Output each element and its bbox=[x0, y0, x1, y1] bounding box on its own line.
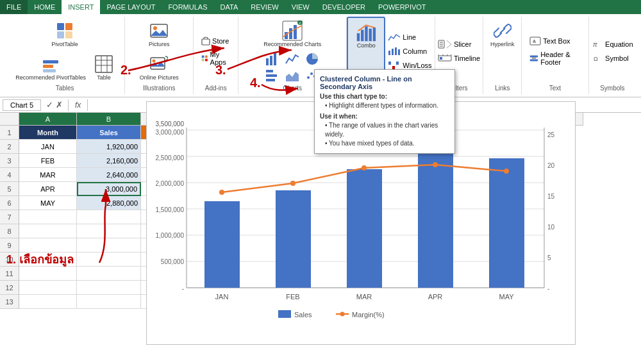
name-box[interactable] bbox=[3, 99, 41, 111]
formula-cancel-icon[interactable]: ✗ bbox=[56, 100, 63, 110]
cell-a10[interactable] bbox=[19, 252, 77, 267]
svg-text:500,000: 500,000 bbox=[161, 258, 185, 265]
svg-rect-2 bbox=[57, 31, 64, 38]
bar-chart-button[interactable] bbox=[263, 68, 281, 83]
line-sparkline-button[interactable]: Line bbox=[385, 31, 419, 43]
cell-a8[interactable] bbox=[19, 224, 77, 238]
online-pictures-icon bbox=[149, 54, 169, 74]
symbol-label: Symbol bbox=[605, 54, 629, 62]
svg-point-37 bbox=[310, 72, 313, 75]
cell-b6[interactable]: 2,880,000 bbox=[77, 196, 141, 210]
cell-a1[interactable]: Month bbox=[19, 126, 77, 140]
row-num-8: 8 bbox=[0, 224, 19, 238]
svg-rect-33 bbox=[266, 74, 277, 77]
tab-insert[interactable]: INSERT bbox=[62, 0, 100, 14]
row-num-13: 13 bbox=[0, 295, 19, 309]
cell-b3[interactable]: 2,160,000 bbox=[77, 154, 141, 168]
svg-rect-30 bbox=[274, 53, 276, 65]
row-num-7: 7 bbox=[0, 210, 19, 224]
svg-text:2,000,000: 2,000,000 bbox=[156, 180, 185, 187]
row-num-5: 5 bbox=[0, 182, 19, 196]
svg-point-109 bbox=[340, 312, 345, 317]
pie-chart-button[interactable] bbox=[303, 51, 321, 67]
pivot-table-button[interactable]: PivotTable bbox=[49, 19, 81, 50]
svg-line-62 bbox=[500, 28, 505, 33]
col-header-a[interactable]: A bbox=[19, 113, 77, 126]
table-icon bbox=[94, 54, 114, 74]
my-apps-label: My Apps bbox=[210, 51, 231, 66]
cell-a7[interactable] bbox=[19, 210, 77, 224]
slicer-label: Slicer bbox=[454, 40, 472, 48]
tab-powerpivot[interactable]: POWERPIVOT bbox=[372, 0, 433, 14]
col-header-b[interactable]: B bbox=[77, 113, 141, 126]
svg-point-13 bbox=[153, 26, 157, 30]
cell-a6[interactable]: MAY bbox=[19, 196, 77, 210]
bar-may bbox=[489, 158, 524, 288]
store-button[interactable]: Store bbox=[199, 35, 231, 47]
charts-group-label: Charts bbox=[283, 83, 302, 92]
formula-check-icon[interactable]: ✓ bbox=[46, 100, 53, 110]
cell-a2[interactable]: JAN bbox=[19, 140, 77, 154]
cell-b2[interactable]: 1,920,000 bbox=[77, 140, 141, 154]
cell-b9[interactable] bbox=[77, 238, 141, 252]
tab-developer[interactable]: DEVELOPER bbox=[316, 0, 372, 14]
textbox-button[interactable]: A Text Box bbox=[527, 35, 572, 47]
pictures-button[interactable]: Pictures bbox=[146, 19, 172, 50]
row-num-9: 9 bbox=[0, 238, 19, 252]
svg-rect-6 bbox=[43, 69, 56, 72]
area-chart-button[interactable] bbox=[283, 68, 301, 83]
symbol-button[interactable]: Ω Symbol bbox=[589, 53, 631, 64]
hyperlink-button[interactable]: Hyperlink bbox=[488, 19, 517, 83]
cell-b12[interactable] bbox=[77, 281, 141, 295]
cell-a13[interactable] bbox=[19, 295, 77, 309]
cell-b10[interactable] bbox=[77, 252, 141, 267]
tab-formulas[interactable]: FORMULAS bbox=[162, 0, 213, 14]
column-sparkline-button[interactable]: Column bbox=[385, 46, 429, 57]
cell-a9[interactable] bbox=[19, 238, 77, 252]
svg-text:-: - bbox=[182, 285, 184, 292]
equation-button[interactable]: π Equation bbox=[589, 38, 635, 50]
cell-a11[interactable] bbox=[19, 267, 77, 281]
cell-b7[interactable] bbox=[77, 210, 141, 224]
svg-text:1,000,000: 1,000,000 bbox=[156, 232, 185, 239]
svg-rect-32 bbox=[266, 70, 273, 72]
tab-home[interactable]: HOME bbox=[28, 0, 62, 14]
recommended-charts-label: Recommended Charts bbox=[263, 41, 321, 47]
textbox-label: Text Box bbox=[543, 37, 570, 45]
cell-b5[interactable]: 3,000,000 bbox=[77, 182, 141, 196]
timeline-button[interactable]: Timeline bbox=[435, 53, 483, 64]
svg-point-16 bbox=[166, 60, 168, 62]
cell-b1[interactable]: Sales bbox=[77, 126, 141, 140]
cell-a4[interactable]: MAR bbox=[19, 168, 77, 182]
cell-a3[interactable]: FEB bbox=[19, 154, 77, 168]
cell-b11[interactable] bbox=[77, 267, 141, 281]
bar-jan bbox=[204, 201, 240, 288]
slicer-button[interactable]: Slicer bbox=[435, 38, 474, 50]
recommended-pivot-button[interactable]: Recommended PivotTables bbox=[13, 53, 88, 83]
online-pictures-button[interactable]: Online Pictures bbox=[137, 53, 181, 83]
ribbon-group-addins: Store My Apps Add-ins bbox=[194, 17, 238, 94]
svg-point-98 bbox=[362, 165, 367, 170]
line-chart-button[interactable] bbox=[283, 51, 301, 67]
cell-a12[interactable] bbox=[19, 281, 77, 295]
tab-file[interactable]: FILE bbox=[0, 0, 28, 14]
svg-text:FEB: FEB bbox=[286, 293, 299, 301]
cell-a5[interactable]: APR bbox=[19, 182, 77, 196]
cell-b13[interactable] bbox=[77, 295, 141, 309]
row-num-10: 10 bbox=[0, 252, 19, 267]
tab-data[interactable]: DATA bbox=[214, 0, 245, 14]
cell-b8[interactable] bbox=[77, 224, 141, 238]
cell-b4[interactable]: 2,640,000 bbox=[77, 168, 141, 182]
recommended-charts-button[interactable]: ✓ Recommended Charts bbox=[261, 19, 324, 49]
my-apps-button[interactable]: My Apps bbox=[199, 49, 233, 67]
tab-page-layout[interactable]: PAGE LAYOUT bbox=[100, 0, 162, 14]
addins-group-label: Add-ins bbox=[205, 83, 227, 92]
header-footer-button[interactable]: Header & Footer bbox=[527, 49, 583, 67]
tab-review[interactable]: REVIEW bbox=[244, 0, 285, 14]
winloss-label: Win/Loss bbox=[403, 62, 431, 69]
svg-rect-17 bbox=[202, 39, 210, 45]
column-chart-button[interactable] bbox=[263, 51, 281, 67]
tab-view[interactable]: VIEW bbox=[285, 0, 316, 14]
table-button[interactable]: Table bbox=[91, 53, 117, 83]
svg-rect-42 bbox=[365, 26, 368, 41]
